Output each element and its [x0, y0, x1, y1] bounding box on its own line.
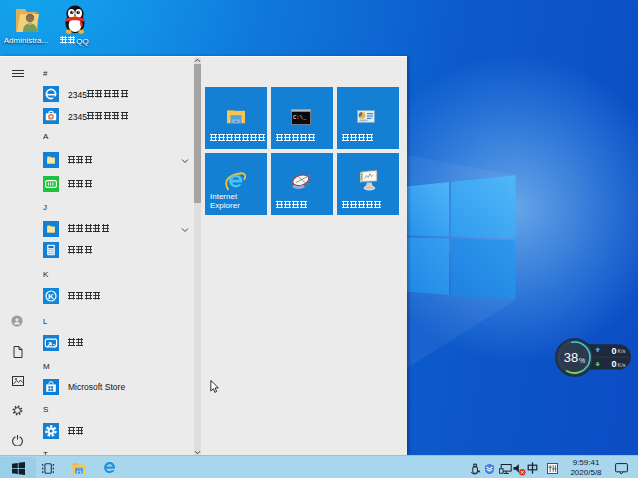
svg-text:38: 38	[564, 350, 578, 365]
svg-text:0: 0	[611, 346, 616, 356]
svg-text:K/s: K/s	[618, 362, 626, 368]
svg-text:C:\_: C:\_	[293, 114, 307, 121]
svg-text:0: 0	[611, 359, 616, 369]
svg-text:K/s: K/s	[618, 348, 626, 354]
svg-text:%: %	[579, 357, 585, 364]
svg-text:K: K	[48, 292, 54, 301]
